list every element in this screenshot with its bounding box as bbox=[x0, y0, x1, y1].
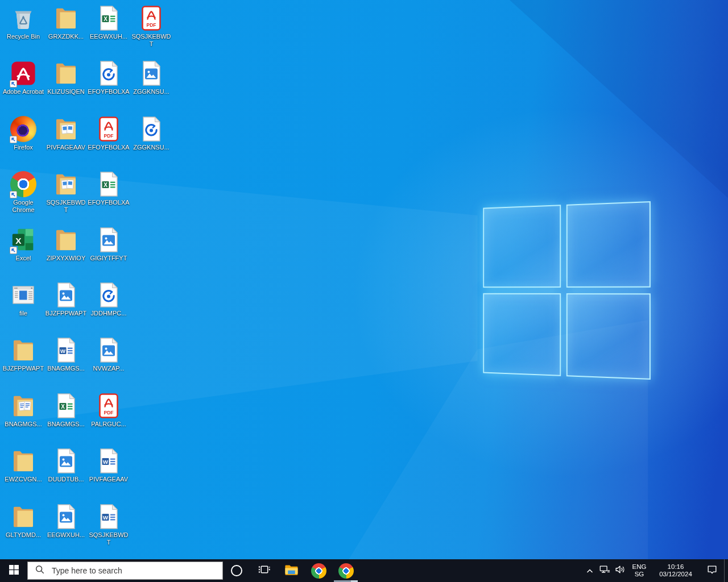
desktop-icon-efoyfbolxa[interactable]: EFOYFBOLXA bbox=[88, 60, 130, 95]
desktop-icon-bjzfppwapt[interactable]: BJZFPPWAPT bbox=[45, 281, 87, 317]
desktop-icon-label: BNAGMGS... bbox=[5, 421, 42, 428]
desktop-icon-label: EFOYFBOLXA bbox=[88, 88, 129, 95]
desktop-icon-bnagmgs[interactable]: BNAGMGS... bbox=[2, 392, 44, 428]
desktop-icon-jddhmpc[interactable]: JDDHMPC... bbox=[88, 281, 130, 317]
folder-icon bbox=[52, 226, 80, 253]
desktop-icon-label: KLIZUSIQEN bbox=[47, 88, 84, 95]
shortcut-arrow-icon bbox=[10, 80, 17, 88]
desktop-icon-zipxyxwioy[interactable]: ZIPXYXWIOY bbox=[45, 226, 87, 262]
image-file-icon bbox=[95, 336, 122, 364]
desktop-icon-klizusiqen[interactable]: KLIZUSIQEN bbox=[45, 60, 87, 95]
chrome-taskbar-button-active[interactable] bbox=[332, 559, 359, 582]
desktop-icon-label: Excel bbox=[16, 255, 31, 262]
action-center-button[interactable] bbox=[700, 559, 724, 582]
pdf-file-icon: PDF bbox=[138, 5, 165, 32]
volume-icon bbox=[614, 564, 626, 577]
acrobat-app-icon bbox=[10, 60, 37, 87]
image-file-icon bbox=[52, 447, 80, 475]
chrome-icon bbox=[311, 563, 326, 579]
desktop-icon-label: SQSJKEBWDT bbox=[88, 531, 130, 546]
folder-docs-icon bbox=[10, 392, 37, 419]
media-file-icon bbox=[95, 60, 122, 87]
desktop-icon-sqsjkebwdt[interactable]: SQSJKEBWDT bbox=[45, 171, 87, 214]
window-file-icon bbox=[10, 281, 37, 309]
chrome-taskbar-button[interactable] bbox=[305, 559, 332, 582]
desktop-icon-file[interactable]: file bbox=[2, 281, 44, 317]
svg-text:X: X bbox=[104, 182, 107, 188]
desktop-icon-bnagmgs[interactable]: W BNAGMGS... bbox=[45, 336, 87, 372]
svg-text:W: W bbox=[103, 459, 108, 465]
taskbar-search[interactable] bbox=[27, 562, 223, 580]
desktop-icon-pivfageaav[interactable]: PIVFAGEAAV bbox=[45, 115, 87, 151]
desktop-icon-eegwxuh[interactable]: X EEGWXUH... bbox=[88, 5, 130, 40]
action-center-icon bbox=[706, 564, 718, 577]
svg-text:X: X bbox=[61, 404, 65, 410]
desktop-icon-excel[interactable]: X Excel bbox=[2, 226, 44, 262]
desktop-icon-zggknsu[interactable]: ZGGKNSU... bbox=[130, 60, 172, 95]
desktop-icon-palrguc[interactable]: PDFPALRGUC... bbox=[88, 392, 130, 428]
desktop-icon-label: Adobe Acrobat bbox=[3, 88, 44, 95]
desktop-icon-zggknsu[interactable]: ZGGKNSU... bbox=[130, 115, 172, 151]
svg-text:X: X bbox=[104, 16, 107, 22]
word-file-icon: W bbox=[95, 503, 122, 530]
desktop-icon-bjzfppwapt[interactable]: BJZFPPWAPT bbox=[2, 336, 44, 372]
desktop-icon-duudtub[interactable]: DUUDTUB... bbox=[45, 447, 87, 483]
chevron-up-icon bbox=[586, 566, 593, 576]
desktop-icon-grxzdkk[interactable]: GRXZDKK... bbox=[45, 5, 87, 40]
desktop-icon-efoyfbolxa[interactable]: PDFEFOYFBOLXA bbox=[88, 115, 130, 151]
image-file-icon bbox=[138, 60, 165, 87]
svg-text:PDF: PDF bbox=[104, 409, 114, 415]
show-hidden-icons-button[interactable] bbox=[583, 559, 597, 582]
desktop-icon-adobe-acrobat[interactable]: Adobe Acrobat bbox=[2, 60, 44, 95]
svg-text:PDF: PDF bbox=[104, 132, 114, 138]
file-explorer-button[interactable] bbox=[278, 559, 305, 582]
windows-desktop: Recycle Bin GRXZDKK... X EEGWXUH... PDFS… bbox=[0, 0, 728, 582]
desktop-icon-label: file bbox=[19, 310, 27, 317]
desktop-icon-ewzcvgn[interactable]: EWZCVGN... bbox=[2, 447, 44, 483]
desktop-icon-label: SQSJKEBWDT bbox=[45, 199, 87, 214]
desktop-icon-label: EFOYFBOLXA bbox=[88, 199, 129, 206]
shortcut-arrow-icon bbox=[10, 191, 17, 198]
desktop-icon-label: BNAGMGS... bbox=[47, 365, 84, 372]
task-view-icon bbox=[258, 563, 271, 578]
network-button[interactable] bbox=[597, 559, 612, 582]
media-file-icon bbox=[95, 281, 122, 309]
desktop-icon-firefox[interactable]: Firefox bbox=[2, 115, 44, 151]
clock[interactable]: 10:16 03/12/2024 bbox=[651, 559, 700, 582]
desktop-icon-efoyfbolxa[interactable]: X EFOYFBOLXA bbox=[88, 171, 130, 206]
desktop-icon-recycle-bin[interactable]: Recycle Bin bbox=[2, 5, 44, 40]
desktop-icon-gigiytffyt[interactable]: GIGIYTFFYT bbox=[88, 226, 130, 262]
desktop-icon-sqsjkebwdt[interactable]: W SQSJKEBWDT bbox=[88, 503, 130, 546]
desktop-icon-sqsjkebwdt[interactable]: PDFSQSJKEBWDT bbox=[130, 5, 172, 48]
volume-button[interactable] bbox=[612, 559, 627, 582]
pdf-file-icon: PDF bbox=[95, 115, 122, 143]
folder-icon bbox=[10, 447, 37, 475]
desktop-icon-eegwxuh[interactable]: EEGWXUH... bbox=[45, 503, 87, 539]
system-tray: ENG SG 10:16 03/12/2024 bbox=[583, 559, 728, 582]
date-label: 03/12/2024 bbox=[659, 571, 692, 579]
excel-file-icon: X bbox=[95, 171, 122, 198]
start-button[interactable] bbox=[0, 559, 27, 582]
desktop-icon-label: Recycle Bin bbox=[7, 33, 40, 40]
desktop-icon-label: GRXZDKK... bbox=[48, 33, 84, 40]
desktop-icon-pivfageaav[interactable]: W PIVFAGEAAV bbox=[88, 447, 130, 483]
language-label: ENG bbox=[632, 563, 647, 571]
search-input[interactable] bbox=[45, 566, 222, 576]
desktop-icon-label: ZIPXYXWIOY bbox=[47, 255, 85, 262]
task-view-button[interactable] bbox=[250, 559, 278, 582]
desktop-icon-label: GIGIYTFFYT bbox=[90, 255, 127, 262]
desktop-icon-google-chrome[interactable]: Google Chrome bbox=[2, 171, 44, 214]
excel-file-icon: X bbox=[95, 5, 122, 32]
time-label: 10:16 bbox=[659, 563, 692, 571]
desktop-icon-bnagmgs[interactable]: X BNAGMGS... bbox=[45, 392, 87, 428]
excel-file-icon: X bbox=[52, 392, 80, 419]
word-file-icon: W bbox=[52, 336, 80, 364]
language-indicator[interactable]: ENG SG bbox=[627, 559, 651, 582]
desktop-icon-nvwzap[interactable]: NVWZAP... bbox=[88, 336, 130, 372]
excel-app-icon: X bbox=[10, 226, 37, 253]
cortana-button[interactable] bbox=[223, 559, 250, 582]
svg-text:W: W bbox=[103, 514, 108, 520]
show-desktop-button[interactable] bbox=[724, 559, 728, 582]
desktop-icon-gltydmd[interactable]: GLTYDMD... bbox=[2, 503, 44, 539]
desktop-icon-label: EEGWXUH... bbox=[47, 531, 85, 539]
